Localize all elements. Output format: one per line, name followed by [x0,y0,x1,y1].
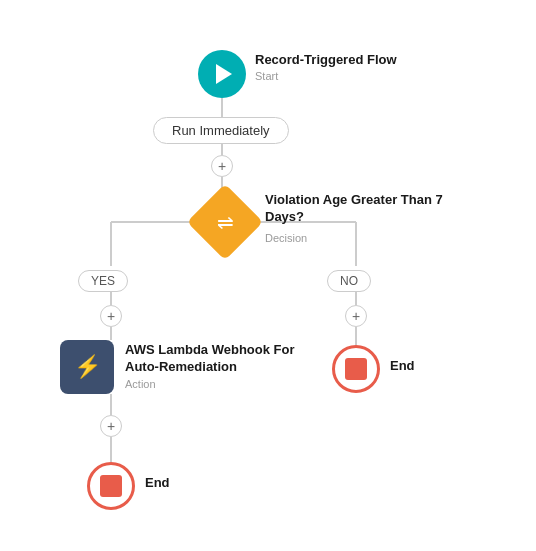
decision-node[interactable]: ⇌ [187,184,263,260]
start-node[interactable] [198,50,246,98]
end-node-yes[interactable] [87,462,135,510]
flow-title: Record-Triggered Flow [255,52,397,67]
add-step-after-run[interactable]: + [211,155,233,177]
add-step-yes[interactable]: + [100,305,122,327]
start-sublabel: Start [255,70,278,82]
decision-label: Violation Age Greater Than 7 Days? [265,192,465,226]
play-icon [216,64,232,84]
end-label-yes: End [145,475,170,490]
yes-branch-label: YES [78,270,128,292]
no-branch-label: NO [327,270,371,292]
run-immediately-node[interactable]: Run Immediately [153,117,289,144]
flow-canvas: Record-Triggered Flow Start Run Immediat… [0,0,536,551]
decision-sublabel: Decision [265,232,307,244]
action-label: AWS Lambda Webhook For Auto-Remediation [125,342,305,376]
end-label-no: End [390,358,415,373]
action-sublabel: Action [125,378,156,390]
end-inner-yes [100,475,122,497]
add-step-no[interactable]: + [345,305,367,327]
decision-icon: ⇌ [217,210,234,234]
end-node-no[interactable] [332,345,380,393]
action-node[interactable]: ⚡ [60,340,114,394]
add-step-after-action[interactable]: + [100,415,122,437]
end-inner-no [345,358,367,380]
lambda-icon: ⚡ [74,354,101,380]
